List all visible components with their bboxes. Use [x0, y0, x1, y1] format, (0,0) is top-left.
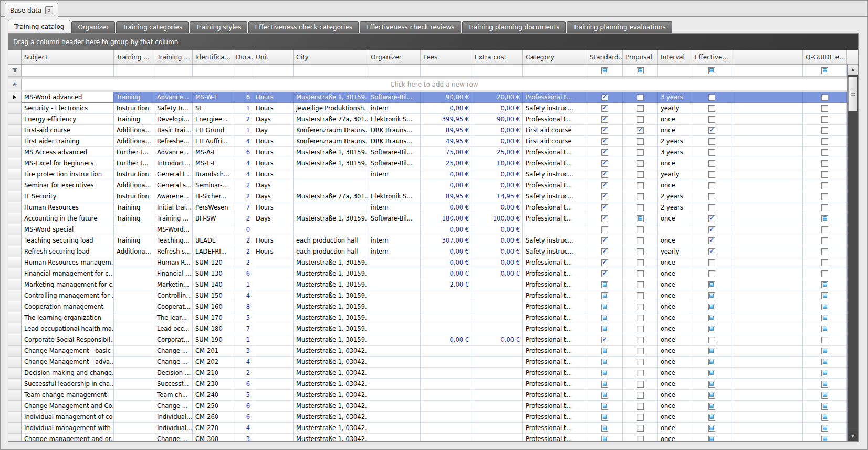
cell-prop[interactable]	[623, 202, 658, 213]
cell-style[interactable]: Successf...	[154, 379, 193, 390]
cell-ident[interactable]: SUM-150	[193, 290, 233, 301]
prop-checkbox-unchecked[interactable]	[637, 94, 644, 101]
cell-prop[interactable]	[623, 180, 658, 191]
table-row[interactable]: IT SecurityInstructionAwarene...IT-Siche…	[8, 191, 847, 202]
cell-eff[interactable]	[692, 334, 731, 346]
std-checkbox-null[interactable]	[601, 348, 608, 354]
tab-training-catalog[interactable]: Training catalog	[8, 20, 70, 33]
row-indicator[interactable]	[8, 191, 22, 202]
col-header-blank[interactable]	[731, 50, 803, 64]
cell-org[interactable]	[368, 357, 421, 368]
cell-prop[interactable]	[623, 213, 658, 224]
cell-blank[interactable]	[731, 268, 803, 279]
cell-ident[interactable]: ULADE	[193, 235, 233, 246]
cell-extra[interactable]: 0,00 €	[472, 246, 523, 257]
cell-extra[interactable]	[472, 368, 523, 379]
cell-fees[interactable]: 0,00 €	[421, 103, 472, 114]
cell-style[interactable]: Teaching...	[154, 235, 193, 246]
prop-checkbox-unchecked[interactable]	[637, 403, 644, 410]
table-row[interactable]: Energy efficiencyTrainingDevelopi...Ener…	[8, 114, 847, 125]
std-checkbox-checked[interactable]: ✔	[601, 270, 608, 277]
prop-checkbox-null[interactable]	[637, 215, 644, 222]
cell-ident[interactable]: MS-A-F	[193, 147, 233, 158]
cell-blank[interactable]	[731, 202, 803, 213]
cell-interval[interactable]: once	[658, 268, 692, 279]
cell-style[interactable]: Change ...	[154, 434, 193, 441]
cell-ident[interactable]: PersWesen	[193, 202, 233, 213]
row-indicator[interactable]	[8, 169, 22, 180]
cell-std[interactable]	[587, 379, 623, 390]
cell-cat[interactable]: Professional t...	[523, 213, 587, 224]
cell-qg[interactable]	[803, 92, 847, 103]
cell-eff[interactable]	[692, 290, 731, 301]
cell-subject[interactable]: Controlling management for ...	[22, 290, 114, 301]
cell-blank[interactable]	[731, 368, 803, 379]
std-checkbox-checked[interactable]: ✔	[601, 215, 608, 222]
col-header-city[interactable]: City	[294, 50, 368, 64]
table-row[interactable]: Individual management of co...Individual…	[8, 412, 847, 423]
cell-qg[interactable]	[803, 180, 847, 191]
cell-qg[interactable]	[803, 202, 847, 213]
cell-org[interactable]: Software-Bil...	[368, 92, 421, 103]
eff-checkbox-checked[interactable]: ✔	[708, 237, 715, 244]
qg-checkbox-unchecked[interactable]	[821, 204, 828, 211]
table-row[interactable]: Seminar for executivesAdditiona...Genera…	[8, 180, 847, 191]
vertical-scrollbar[interactable]: ▲ ▼	[847, 65, 858, 441]
cell-eff[interactable]	[692, 346, 731, 357]
eff-checkbox-null[interactable]	[708, 315, 715, 321]
cell-org[interactable]	[368, 301, 421, 312]
filter-cell-eff[interactable]	[692, 65, 731, 76]
std-checkbox-null[interactable]	[601, 370, 608, 376]
filter-cell-org[interactable]	[368, 65, 421, 76]
cell-extra[interactable]	[472, 290, 523, 301]
cell-extra[interactable]	[472, 323, 523, 334]
cell-cat[interactable]: Professional t...	[523, 390, 587, 401]
cell-style[interactable]: Basic trai...	[154, 125, 193, 136]
cell-subject[interactable]: Corporate Social Responsibil...	[22, 334, 114, 346]
col-header-ident[interactable]: Identifica...	[193, 50, 233, 64]
cell-dur[interactable]: 7	[233, 323, 253, 334]
filter-cell-extra[interactable]	[472, 65, 523, 76]
cell-interval[interactable]: yearly	[658, 246, 692, 257]
cell-type[interactable]: Further t...	[114, 147, 154, 158]
cell-type[interactable]	[114, 257, 154, 268]
cell-prop[interactable]	[623, 334, 658, 346]
cell-org[interactable]	[368, 379, 421, 390]
cell-org[interactable]: DRK Brauns...	[368, 136, 421, 147]
cell-eff[interactable]: ✔	[692, 125, 731, 136]
cell-extra[interactable]: 20,00 €	[472, 92, 523, 103]
cell-city[interactable]: each production hall	[294, 246, 368, 257]
cell-extra[interactable]	[472, 279, 523, 290]
prop-checkbox-unchecked[interactable]	[637, 248, 644, 255]
cell-blank[interactable]	[731, 213, 803, 224]
cell-fees[interactable]	[421, 412, 472, 423]
cell-style[interactable]: Lead occ...	[154, 323, 193, 334]
cell-eff[interactable]	[692, 301, 731, 312]
qg-checkbox-null[interactable]	[821, 315, 828, 321]
cell-blank[interactable]	[731, 180, 803, 191]
eff-checkbox-null[interactable]	[708, 348, 715, 354]
cell-dur[interactable]: 4	[233, 357, 253, 368]
cell-cat[interactable]: Safety instruc...	[523, 235, 587, 246]
cell-interval[interactable]: once	[658, 346, 692, 357]
table-row[interactable]: Corporate Social Responsibil...Corporat.…	[8, 334, 847, 346]
cell-unit[interactable]	[253, 279, 294, 290]
eff-checkbox-null[interactable]	[708, 425, 715, 432]
prop-checkbox-unchecked[interactable]	[637, 160, 644, 167]
cell-subject[interactable]: Change Management and Co...	[22, 401, 114, 412]
cell-eff[interactable]	[692, 169, 731, 180]
std-checkbox-unchecked[interactable]	[601, 226, 608, 233]
eff-checkbox-null[interactable]	[708, 326, 715, 332]
cell-unit[interactable]	[253, 290, 294, 301]
cell-std[interactable]	[587, 423, 623, 434]
cell-dur[interactable]: 0	[233, 224, 253, 235]
cell-type[interactable]	[114, 368, 154, 379]
col-header-std[interactable]: Standard...	[587, 50, 623, 64]
cell-qg[interactable]	[803, 401, 847, 412]
cell-ident[interactable]: CM-201	[193, 346, 233, 357]
cell-org[interactable]: Software-Bil...	[368, 158, 421, 169]
eff-checkbox-unchecked[interactable]	[708, 259, 715, 266]
cell-prop[interactable]	[623, 158, 658, 169]
qg-checkbox-unchecked[interactable]	[821, 248, 828, 255]
qg-checkbox-unchecked[interactable]	[821, 127, 828, 134]
